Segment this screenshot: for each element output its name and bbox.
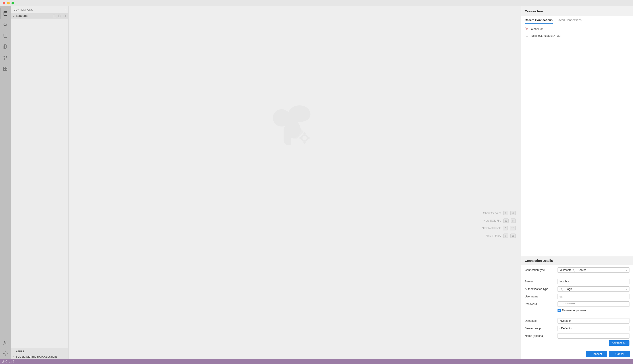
new-connection-plus-icon[interactable] — [63, 14, 67, 18]
clear-list-label: Clear List — [531, 28, 543, 30]
password-input[interactable] — [557, 302, 629, 307]
status-warnings[interactable]: 0 — [9, 360, 15, 363]
tab-saved-connections[interactable]: Saved Connections — [557, 18, 582, 24]
key-n: N — [511, 218, 516, 223]
qa-find-files[interactable]: Find in Files ⇧ ⌘ — [486, 234, 516, 238]
remember-password-checkbox[interactable] — [557, 309, 561, 312]
tab-recent-connections[interactable]: Recent Connections — [525, 18, 553, 24]
svg-point-35 — [11, 362, 11, 362]
recent-connection-label: localhost, <default> (sa) — [531, 34, 560, 37]
activity-notebooks[interactable] — [0, 30, 11, 41]
username-input[interactable] — [557, 294, 629, 299]
svg-point-9 — [4, 56, 5, 57]
status-bar: 0 0 — [0, 359, 633, 364]
connection-tabs: Recent Connections Saved Connections — [521, 16, 633, 24]
activity-connections[interactable] — [0, 8, 11, 19]
recent-connection-item[interactable]: localhost, <default> (sa) — [523, 32, 631, 39]
connection-footer: Connect Cancel — [521, 349, 633, 359]
clear-list-icon — [525, 27, 529, 31]
label-name-optional: Name (optional) — [525, 334, 555, 338]
qa-show-servers[interactable]: Show Servers ⇧ ⌘ — [483, 211, 516, 216]
activity-search[interactable] — [0, 19, 11, 30]
label-username: User name — [525, 295, 555, 298]
section-bdc[interactable]: › SQL SERVER BIG DATA CLUSTERS — [11, 354, 68, 359]
new-connection-icon[interactable] — [53, 14, 56, 18]
name-input[interactable] — [557, 333, 629, 338]
server-input[interactable] — [557, 279, 629, 284]
activity-explorer[interactable] — [0, 41, 11, 52]
error-icon — [2, 360, 5, 363]
window-maximize[interactable] — [12, 2, 14, 4]
connection-panel: Connection Recent Connections Saved Conn… — [521, 6, 633, 359]
select-value: <Default> — [559, 319, 571, 322]
gear-icon — [3, 351, 8, 356]
connection-form: Connection type Microsoft SQL Server ⌄ S… — [521, 265, 633, 338]
activity-accounts[interactable] — [0, 337, 11, 348]
editor-area: Show Servers ⇧ ⌘ New SQL File ⌘ N New No… — [69, 6, 521, 359]
clear-list-button[interactable]: Clear List — [523, 26, 631, 32]
server-group-select[interactable]: <Default> ⌄ — [557, 326, 629, 331]
qa-new-notebook[interactable]: New Notebook ⌃ ⌥ — [482, 226, 516, 230]
section-label: SERVERS — [16, 14, 28, 17]
section-label: AZURE — [16, 350, 24, 353]
database-select[interactable]: <Default> ▾ — [557, 318, 629, 324]
status-errors[interactable]: 0 — [2, 360, 7, 363]
connection-details-title: Connection Details — [521, 256, 633, 265]
window-minimize[interactable] — [7, 2, 10, 4]
svg-point-16 — [5, 341, 6, 343]
branch-icon — [3, 55, 8, 60]
select-value: <Default> — [559, 327, 571, 330]
status-warnings-count: 0 — [13, 360, 15, 363]
caret-down-icon: ▾ — [626, 320, 627, 322]
label-connection-type: Connection type — [525, 268, 555, 272]
auth-type-select[interactable]: SQL Login ⌄ — [557, 286, 629, 292]
section-azure[interactable]: › AZURE — [11, 348, 68, 354]
connection-title: Connection — [521, 6, 633, 16]
activity-extensions[interactable] — [0, 63, 11, 74]
server-icon — [525, 34, 529, 38]
quick-actions: Show Servers ⇧ ⌘ New SQL File ⌘ N New No… — [482, 211, 516, 238]
sidebar-more-icon[interactable]: ⋯ — [62, 8, 66, 12]
svg-point-10 — [4, 58, 5, 60]
warning-icon — [9, 360, 12, 363]
titlebar — [0, 0, 633, 6]
advanced-button[interactable]: Advanced... — [609, 340, 629, 346]
server-icon — [3, 11, 8, 16]
key-ctrl: ⌃ — [503, 226, 508, 230]
label-server-group: Server group — [525, 327, 555, 330]
key-opt: ⌥ — [510, 226, 516, 230]
servers-tree — [11, 18, 68, 348]
svg-rect-21 — [64, 15, 66, 17]
svg-point-24 — [302, 135, 307, 141]
sidebar: CONNECTIONS ⋯ ⌄ SERVERS › AZURE › — [11, 6, 69, 359]
status-errors-count: 0 — [6, 360, 7, 363]
connection-type-select[interactable]: Microsoft SQL Server ⌄ — [557, 267, 629, 273]
qa-new-sql[interactable]: New SQL File ⌘ N — [483, 218, 516, 223]
account-icon — [3, 340, 8, 345]
svg-rect-13 — [4, 69, 5, 70]
section-label: SQL SERVER BIG DATA CLUSTERS — [16, 356, 57, 358]
extensions-icon — [3, 66, 8, 72]
svg-rect-20 — [59, 15, 60, 17]
connect-button[interactable]: Connect — [586, 351, 607, 357]
key-shift: ⇧ — [503, 211, 508, 216]
qa-label: New SQL File — [483, 219, 501, 222]
svg-point-2 — [5, 12, 5, 12]
chevron-down-icon: ⌄ — [13, 14, 15, 17]
new-group-icon[interactable] — [58, 14, 61, 18]
activity-settings[interactable] — [0, 348, 11, 359]
activity-bar — [0, 6, 11, 359]
chevron-down-icon: ⌄ — [626, 327, 627, 330]
svg-line-4 — [6, 26, 7, 26]
window-close[interactable] — [3, 2, 5, 4]
section-servers[interactable]: ⌄ SERVERS — [11, 13, 68, 18]
activity-source-control[interactable] — [0, 52, 11, 63]
sidebar-title: CONNECTIONS — [14, 8, 33, 11]
chevron-down-icon: ⌄ — [626, 269, 627, 271]
search-icon — [3, 22, 8, 27]
select-value: SQL Login — [559, 288, 572, 290]
svg-point-17 — [5, 353, 6, 354]
cancel-button[interactable]: Cancel — [609, 351, 630, 357]
key-cmd: ⌘ — [503, 218, 509, 223]
qa-label: Show Servers — [483, 212, 501, 215]
